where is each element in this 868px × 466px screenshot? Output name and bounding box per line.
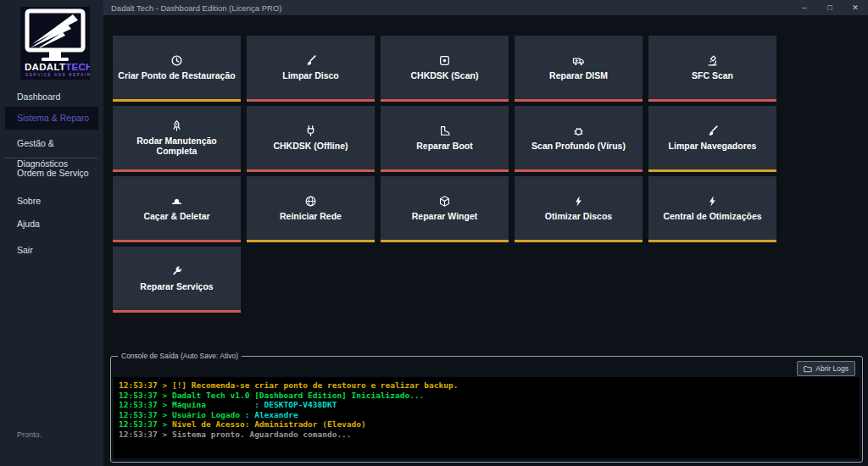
- tile-label: Reparar DISM: [546, 70, 611, 80]
- tile-button[interactable]: Reparar Boot: [381, 106, 509, 172]
- tile-button[interactable]: Limpar Disco: [247, 36, 375, 102]
- tile-label: Criar Ponto de Restauração: [114, 70, 238, 80]
- package-icon: [438, 195, 451, 208]
- bug-icon: [572, 125, 585, 137]
- sidebar-item-ordem-servico[interactable]: Ordem de Serviço: [5, 163, 98, 183]
- tile-button[interactable]: Scan Profundo (Vírus): [515, 106, 643, 172]
- bolt-icon: [572, 195, 585, 208]
- brush-icon: [304, 54, 317, 67]
- tile-button[interactable]: Criar Ponto de Restauração: [113, 36, 241, 102]
- tile-button[interactable]: Caçar & Deletar: [113, 176, 241, 242]
- tile-label: CHKDSK (Offline): [270, 141, 351, 151]
- microscope-icon: [706, 54, 719, 67]
- app-window: Dadalt Tech - Dashboard Edition (Licença…: [0, 0, 868, 466]
- plug-icon: [304, 125, 317, 137]
- tile-label: Reiniciar Rede: [276, 211, 345, 221]
- tile-button[interactable]: Reparar Serviços: [113, 247, 241, 313]
- tile-button[interactable]: Rodar Manutenção Completa: [113, 106, 241, 172]
- tile-label: Reparar Serviços: [136, 281, 216, 291]
- console-line: 12:53:37 > Dadalt Tech v1.0 [Dashboard E…: [119, 391, 854, 401]
- detective-icon: [170, 195, 183, 208]
- tile-label: Rodar Manutenção Completa: [113, 136, 241, 156]
- console-line: 12:53:37 > Sistema pronto. Aguardando co…: [119, 430, 854, 440]
- boot-icon: [438, 125, 451, 137]
- tile-label: Reparar Winget: [409, 211, 481, 221]
- console-group-label: Console de Saída (Auto Save: Ativo): [118, 352, 242, 360]
- console-line: 12:53:37 > [!] Recomenda-se criar ponto …: [119, 380, 854, 391]
- tile-button[interactable]: Reparar Winget: [381, 176, 509, 242]
- tile-label: Scan Profundo (Vírus): [528, 141, 629, 151]
- globe-icon: [304, 195, 317, 208]
- sidebar-item-sistema-reparo[interactable]: Sistema & Reparo: [5, 107, 98, 130]
- tile-label: Central de Otimizações: [659, 211, 765, 221]
- tile-button[interactable]: SFC Scan: [648, 36, 776, 102]
- console-groupbox: Console de Saída (Auto Save: Ativo) Abri…: [110, 356, 863, 463]
- sidebar-divider: [5, 158, 98, 158]
- sidebar-item-sair[interactable]: Sair: [5, 240, 98, 260]
- ambulance-icon: [572, 54, 585, 67]
- open-logs-label: Abrir Logs: [815, 364, 849, 373]
- tile-button[interactable]: Otimizar Discos: [515, 176, 643, 242]
- tile-label: SFC Scan: [688, 70, 737, 80]
- sidebar: DADALTTECH SERVICE AND REPAIR Dashboard …: [0, 0, 103, 466]
- open-folder-icon: [804, 365, 812, 373]
- window-controls: – □ ✕: [792, 0, 868, 15]
- tile-label: CHKDSK (Scan): [408, 70, 482, 80]
- brush-icon: [706, 125, 719, 137]
- tile-button[interactable]: Limpar Navegadores: [648, 106, 776, 172]
- console-output[interactable]: 12:53:37 > [!] Recomenda-se criar ponto …: [114, 377, 860, 458]
- tile-label: Otimizar Discos: [542, 211, 615, 221]
- sidebar-item-ajuda[interactable]: Ajuda: [5, 214, 98, 234]
- sidebar-item-dashboard[interactable]: Dashboard: [5, 86, 98, 107]
- console-line: 12:53:37 > Máquina : DESKTOP-V438DKT: [119, 400, 854, 410]
- tile-label: Limpar Navegadores: [665, 141, 760, 151]
- logo-text-dadalt: DADALT: [25, 62, 65, 72]
- rocket-icon: [170, 119, 183, 132]
- tile-button[interactable]: CHKDSK (Offline): [247, 106, 375, 172]
- console-line: 12:53:37 > Usuário Logado : Alexandre: [119, 410, 854, 420]
- dadalt-tech-logo: DADALTTECH SERVICE AND REPAIR: [20, 7, 90, 80]
- tile-button[interactable]: Reiniciar Rede: [247, 176, 375, 242]
- title-bar: Dadalt Tech - Dashboard Edition (Licença…: [103, 0, 868, 15]
- sidebar-item-sobre[interactable]: Sobre: [5, 191, 98, 211]
- logo-subtitle: SERVICE AND REPAIR: [25, 73, 90, 77]
- tile-button[interactable]: Central de Otimizações: [648, 176, 776, 242]
- tile-label: Reparar Boot: [413, 141, 476, 151]
- wrench-icon: [170, 265, 183, 278]
- window-title: Dadalt Tech - Dashboard Edition (Licença…: [103, 3, 792, 13]
- tile-grid: Criar Ponto de RestauraçãoLimpar DiscoCH…: [113, 36, 787, 317]
- open-logs-button[interactable]: Abrir Logs: [797, 361, 855, 376]
- tile-label: Caçar & Deletar: [140, 211, 213, 221]
- clock-icon: [170, 54, 183, 67]
- status-text: Pronto.: [17, 430, 42, 439]
- minimize-button[interactable]: –: [792, 0, 817, 15]
- bolt-icon: [706, 195, 719, 208]
- disk-icon: [438, 54, 451, 67]
- close-button[interactable]: ✕: [843, 0, 868, 15]
- tile-button[interactable]: CHKDSK (Scan): [381, 36, 509, 102]
- sidebar-item-gestao-diagnosticos[interactable]: Gestão & Diagnósticos: [5, 133, 98, 153]
- logo-text-tech: TECH: [65, 62, 90, 72]
- tile-label: Limpar Disco: [279, 70, 342, 80]
- svg-text:DADALTTECH: DADALTTECH: [25, 62, 90, 72]
- main-area: Criar Ponto de RestauraçãoLimpar DiscoCH…: [103, 15, 868, 466]
- tile-button[interactable]: Reparar DISM: [515, 36, 643, 102]
- console-line: 12:53:37 > Nível de Acesso: Administrado…: [119, 419, 854, 430]
- maximize-button[interactable]: □: [817, 0, 843, 15]
